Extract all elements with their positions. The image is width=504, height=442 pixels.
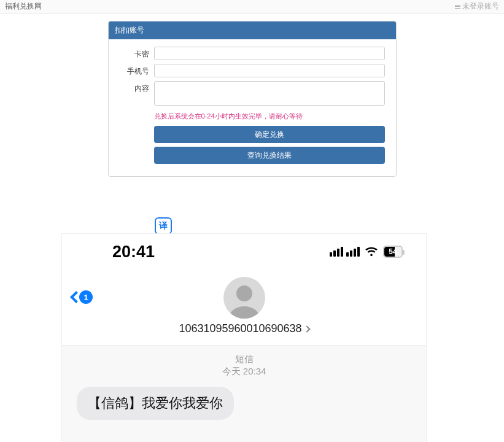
panel-header: 扣扣账号 [109, 21, 396, 39]
battery-icon: 54 [383, 246, 403, 258]
row-content: 内容 [120, 81, 385, 108]
redeem-form-panel: 扣扣账号 卡密 手机号 内容 兑换后系统会在0-24小时内生效完毕，请耐心等待 … [108, 21, 397, 177]
row-card: 卡密 [120, 47, 385, 60]
login-status-text: 未登录账号 [462, 1, 499, 12]
phone-input[interactable] [154, 64, 385, 77]
conversation-header: 1 10631095960010690638 [62, 269, 426, 346]
avatar-icon[interactable] [223, 277, 265, 319]
row-phone: 手机号 [120, 64, 385, 77]
status-clock: 20:41 [112, 242, 155, 262]
thread-meta: 短信 今天 20:34 [62, 353, 426, 378]
phone-screenshot: 20:41 54 1 10631095960010690638 短信 今天 20… [61, 233, 427, 442]
signal-bars-icon-2 [346, 247, 360, 257]
phone-status-bar: 20:41 54 [62, 234, 426, 269]
form-panel-wrapper: 扣扣账号 卡密 手机号 内容 兑换后系统会在0-24小时内生效完毕，请耐心等待 … [0, 14, 504, 177]
content-textarea[interactable] [154, 81, 385, 106]
card-input[interactable] [154, 47, 385, 60]
thread-type: 短信 [62, 353, 426, 365]
login-status-area[interactable]: 未登录账号 [455, 1, 499, 12]
menu-icon [455, 5, 460, 9]
battery-percent: 54 [384, 247, 401, 256]
chevron-right-icon [303, 325, 310, 332]
confirm-redeem-button[interactable]: 确定兑换 [154, 126, 385, 143]
sender-name[interactable]: 10631095960010690638 [71, 322, 417, 335]
thread-time: 今天 20:34 [62, 365, 426, 378]
status-right-icons: 54 [330, 246, 403, 258]
message-area: 短信 今天 20:34 【信鸽】我爱你我爱你 [62, 346, 426, 442]
label-content: 内容 [120, 81, 149, 94]
browser-topbar: 福利兑换网 未登录账号 [0, 0, 504, 14]
site-title: 福利兑换网 [5, 1, 42, 12]
panel-body: 卡密 手机号 内容 兑换后系统会在0-24小时内生效完毕，请耐心等待 确定兑换 … [109, 39, 396, 176]
label-card: 卡密 [120, 47, 149, 60]
signal-bars-icon [330, 247, 343, 257]
translate-button[interactable]: 译 [155, 217, 172, 235]
form-hint: 兑换后系统会在0-24小时内生效完毕，请耐心等待 [154, 112, 385, 121]
wifi-icon [365, 246, 378, 257]
message-bubble[interactable]: 【信鸽】我爱你我爱你 [77, 387, 234, 420]
label-phone: 手机号 [120, 64, 149, 77]
sender-number-text: 10631095960010690638 [179, 322, 301, 335]
back-button[interactable]: 1 [72, 290, 93, 304]
query-result-button[interactable]: 查询兑换结果 [154, 147, 385, 164]
